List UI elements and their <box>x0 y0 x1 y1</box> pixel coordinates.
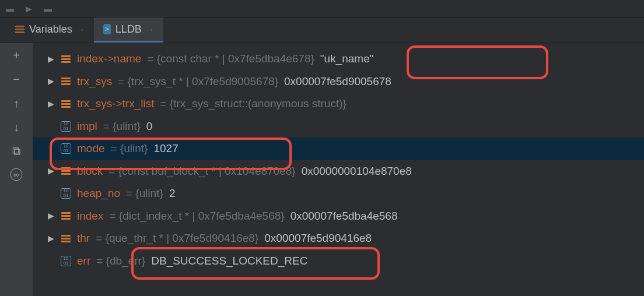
variable-value: 0x00007fe5d90416e8 <box>264 230 372 247</box>
variable-value: "uk_name" <box>320 51 374 68</box>
expand-arrow-icon[interactable]: ▶ <box>47 165 55 177</box>
expand-arrow-icon[interactable]: ▶ <box>47 75 55 87</box>
struct-icon <box>61 98 71 109</box>
copy-icon[interactable]: ⧉ <box>12 145 20 158</box>
move-down-icon[interactable]: ↓ <box>13 121 19 134</box>
expand-arrow-icon[interactable]: ▶ <box>47 210 55 222</box>
toolbar-icon[interactable]: ▶ <box>26 4 32 13</box>
pin-icon: → <box>146 25 154 34</box>
variables-panel: ▶index->name = {const char * | 0x7fe5dba… <box>33 43 644 296</box>
variable-row[interactable]: ▶index = {dict_index_t * | 0x7fe5dba4e56… <box>33 205 644 228</box>
variable-name: index <box>77 208 103 225</box>
tab-variables[interactable]: Variables → <box>6 17 94 43</box>
toolbar-icon[interactable]: ▬ <box>6 4 14 13</box>
primitive-icon: 1001 <box>61 121 71 132</box>
tab-lldb[interactable]: > LLDB → <box>94 17 163 43</box>
primitive-icon: 1001 <box>61 188 71 199</box>
variable-row[interactable]: ▶thr = {que_thr_t * | 0x7fe5d90416e8} 0x… <box>33 227 644 250</box>
tabs-bar: Variables → > LLDB → <box>0 17 644 43</box>
variable-type: = {ulint} <box>103 118 141 135</box>
variable-value: 0x0000000104e870e8 <box>302 163 412 180</box>
variable-name: trx_sys <box>77 73 112 90</box>
variable-row[interactable]: 1001heap_no = {ulint} 2 <box>33 182 644 205</box>
variable-name: trx_sys->trx_list <box>77 96 155 112</box>
variable-name: block <box>77 163 103 180</box>
console-icon: > <box>103 24 111 34</box>
variable-row[interactable]: 1001impl = {ulint} 0 <box>33 115 644 138</box>
remove-watch-icon[interactable]: − <box>13 73 20 86</box>
variable-type: = {trx_sys_t * | 0x7fe5d9005678} <box>118 73 278 90</box>
variable-type: = {const buf_block_t * | 0x104e870e8} <box>108 163 295 180</box>
variable-type: = {trx_sys_struct::(anonymous struct)} <box>160 96 346 112</box>
variable-name: mode <box>77 140 105 157</box>
variable-value: 1027 <box>153 140 178 157</box>
struct-icon <box>61 76 71 87</box>
variable-row[interactable]: ▶index->name = {const char * | 0x7fe5dba… <box>33 48 644 71</box>
expand-arrow-icon[interactable]: ▶ <box>47 232 55 245</box>
top-toolbar: ▬ ▶ ▬ <box>0 0 644 17</box>
primitive-icon: 1001 <box>61 256 71 266</box>
variable-row[interactable]: ▶trx_sys->trx_list = {trx_sys_struct::(a… <box>33 93 644 115</box>
add-watch-icon[interactable]: + <box>13 49 20 62</box>
list-icon <box>15 26 24 33</box>
expand-arrow-icon[interactable]: ▶ <box>47 53 55 65</box>
content: + − ↑ ↓ ⧉ ∞ ▶index->name = {const char *… <box>0 43 644 296</box>
struct-icon <box>61 54 71 64</box>
variable-name: index->name <box>77 51 141 68</box>
variable-row[interactable]: ▶trx_sys = {trx_sys_t * | 0x7fe5d9005678… <box>33 71 644 93</box>
toolbar-icon[interactable]: ▬ <box>44 4 52 13</box>
primitive-icon: 1001 <box>61 143 71 154</box>
move-up-icon[interactable]: ↑ <box>13 97 19 110</box>
variable-value: 0 <box>146 118 153 135</box>
variable-row[interactable]: ▶block = {const buf_block_t * | 0x104e87… <box>33 160 644 183</box>
struct-icon <box>61 233 71 244</box>
variable-row[interactable]: 1001err = {db_err} DB_SUCCESS_LOCKED_REC <box>33 250 644 273</box>
variable-name: impl <box>77 118 97 135</box>
tab-label: LLDB <box>116 23 142 36</box>
variable-name: thr <box>77 230 90 247</box>
variable-value: 0x00007fe5dba4e568 <box>290 208 398 225</box>
variable-type: = {db_err} <box>96 253 145 270</box>
variable-row[interactable]: 1001mode = {ulint} 1027 <box>33 138 644 160</box>
variable-value: 0x00007fe5d9005678 <box>284 73 391 90</box>
gutter: + − ↑ ↓ ⧉ ∞ <box>0 43 33 296</box>
variable-type: = {que_thr_t * | 0x7fe5d90416e8} <box>96 230 258 247</box>
pin-icon: → <box>77 25 85 34</box>
variable-type: = {dict_index_t * | 0x7fe5dba4e568} <box>109 208 284 225</box>
glasses-icon[interactable]: ∞ <box>10 168 22 181</box>
variable-name: err <box>77 253 90 270</box>
struct-icon <box>61 211 71 221</box>
struct-icon <box>61 166 71 177</box>
expand-arrow-icon[interactable]: ▶ <box>47 98 55 110</box>
variable-type: = {ulint} <box>126 185 163 202</box>
tab-label: Variables <box>29 23 72 36</box>
variable-type: = {ulint} <box>111 140 148 157</box>
variable-type: = {const char * | 0x7fe5dba4e678} <box>147 51 314 68</box>
variable-value: DB_SUCCESS_LOCKED_REC <box>151 253 307 270</box>
variable-value: 2 <box>169 185 176 202</box>
variable-name: heap_no <box>77 185 120 202</box>
